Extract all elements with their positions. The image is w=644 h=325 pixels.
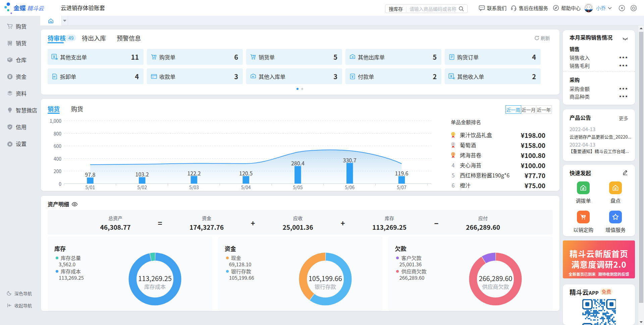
svg-text:2: 2 bbox=[452, 143, 454, 145]
svg-text:3: 3 bbox=[452, 153, 454, 155]
svg-text:1: 1 bbox=[452, 133, 454, 135]
